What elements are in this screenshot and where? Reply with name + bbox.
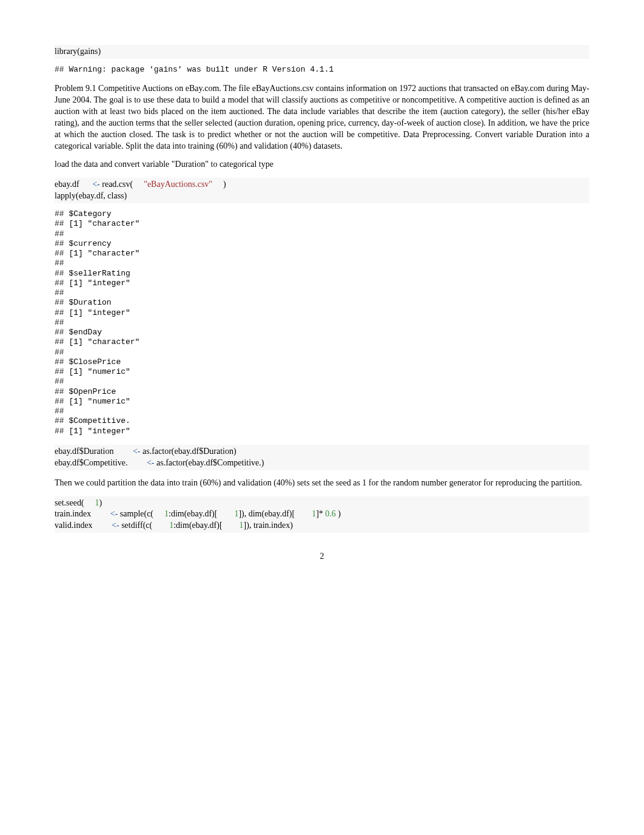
code-line: train.index <- sample(c(1:dim(ebay.df)[1…: [55, 509, 589, 520]
arrow-op: <-: [110, 509, 118, 518]
page-number: 2: [55, 551, 589, 563]
number-literal: 0.6: [323, 509, 336, 518]
code-text: :dim(ebay.df)[: [173, 521, 222, 530]
arrow-op: <-: [133, 447, 141, 456]
code-text: as.factor(ebay.df$Duration): [141, 447, 236, 456]
arrow-op: <-: [92, 180, 100, 189]
code-text: set.seed(: [55, 498, 84, 507]
code-text: train.index: [55, 509, 93, 518]
paragraph-3: Then we could partition the data into tr…: [55, 478, 589, 489]
paragraph-1: Problem 9.1 Competitive Auctions on eBay…: [55, 83, 589, 152]
code-text: ): [99, 498, 102, 507]
code-line: ebay.df <- read.csv("eBayAuctions.csv"): [55, 179, 589, 191]
code-text: ]), train.index): [244, 521, 293, 530]
number-literal: 1: [240, 521, 244, 530]
output-1: ## Warning: package 'gains' was built un…: [55, 65, 589, 75]
code-text: ebay.df: [55, 180, 81, 189]
code-line: valid.index <- setdiff(c(1:dim(ebay.df)[…: [55, 520, 589, 532]
code-text: setdiff(c(: [119, 521, 153, 530]
code-text: read.csv(: [100, 180, 133, 189]
code-block-4: set.seed(1) train.index <- sample(c(1:di…: [55, 496, 589, 533]
code-text: as.factor(ebay.df$Competitive.): [154, 458, 264, 467]
number-literal: 1: [95, 498, 99, 507]
code-text: sample(c(: [118, 509, 153, 518]
code-text: library(gains): [55, 47, 101, 56]
code-text: ): [223, 180, 226, 189]
code-line: ebay.df$Competitive. <- as.factor(ebay.d…: [55, 458, 589, 469]
paragraph-2: load the data and convert variable "Dura…: [55, 159, 589, 171]
code-block-3: ebay.df$Duration <- as.factor(ebay.df$Du…: [55, 445, 589, 470]
code-line: set.seed(1): [55, 498, 589, 509]
code-text: valid.index: [55, 521, 95, 530]
code-text: :dim(ebay.df)[: [169, 509, 217, 518]
code-block-1: library(gains): [55, 45, 589, 59]
code-text: ]), dim(ebay.df)[: [238, 509, 295, 518]
number-literal: 1: [164, 509, 169, 518]
code-line: lapply(ebay.df, class): [55, 191, 589, 202]
code-text: ]*: [316, 509, 323, 518]
code-text: ebay.df$Competitive.: [55, 458, 130, 467]
output-2: ## $Category ## [1] "character" ## ## $c…: [55, 209, 589, 436]
arrow-op: <-: [112, 521, 119, 530]
code-text: ): [336, 509, 341, 518]
code-line: ebay.df$Duration <- as.factor(ebay.df$Du…: [55, 446, 589, 458]
string-literal: "eBayAuctions.csv": [144, 180, 212, 189]
arrow-op: <-: [147, 458, 155, 467]
code-block-2: ebay.df <- read.csv("eBayAuctions.csv") …: [55, 178, 589, 203]
code-text: ebay.df$Duration: [55, 447, 116, 456]
